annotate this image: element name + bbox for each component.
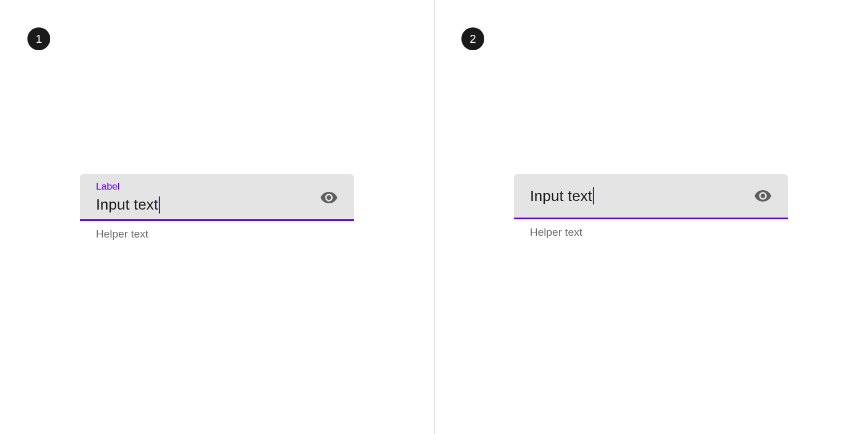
- step-badge-1: 1: [27, 27, 50, 50]
- input-value: Input text: [96, 196, 158, 214]
- text-caret: [593, 187, 594, 204]
- example-panel-1: 1 Label Input text Helper text: [0, 0, 434, 434]
- text-field[interactable]: Input text: [514, 174, 788, 219]
- text-caret: [159, 196, 160, 214]
- step-badge-2: 2: [461, 27, 484, 50]
- helper-text: Helper text: [530, 226, 788, 239]
- step-number: 2: [469, 33, 476, 46]
- text-input[interactable]: Input text: [530, 187, 754, 205]
- input-value: Input text: [530, 187, 592, 205]
- text-field[interactable]: Label Input text: [80, 174, 354, 221]
- helper-text: Helper text: [96, 228, 354, 240]
- text-input[interactable]: Input text: [96, 196, 320, 214]
- vertical-divider: [434, 0, 435, 434]
- example-panel-2: 2 Input text Helper text: [434, 0, 868, 434]
- field-label: Label: [96, 181, 320, 192]
- text-field-example-1: Label Input text Helper text: [80, 174, 354, 240]
- step-number: 1: [35, 33, 42, 46]
- text-field-example-2: Input text Helper text: [514, 174, 788, 239]
- visibility-icon[interactable]: [320, 188, 338, 207]
- visibility-icon[interactable]: [754, 187, 772, 205]
